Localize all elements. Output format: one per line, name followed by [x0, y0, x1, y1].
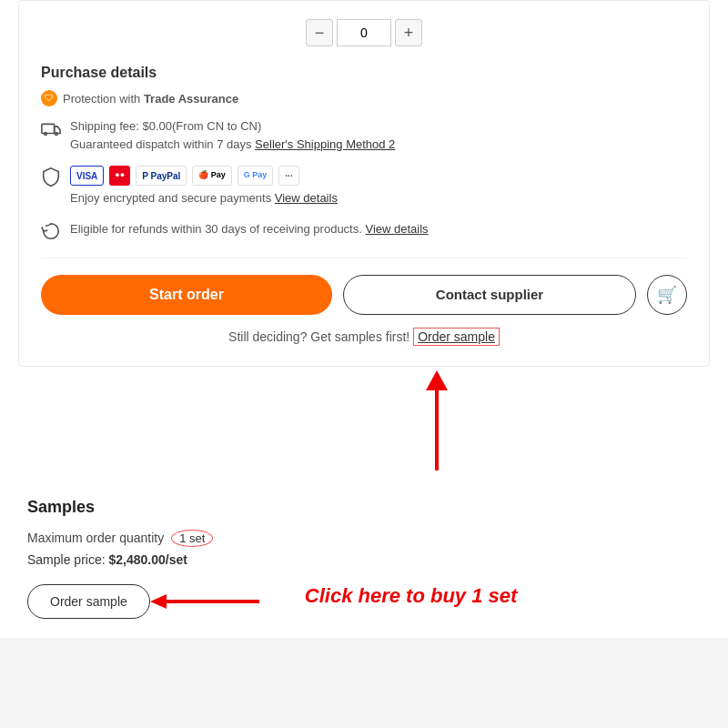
order-sample-button[interactable]: Order sample [27, 584, 150, 619]
sample-price-value: $2,480.00/set [108, 552, 187, 567]
trade-assurance-text: Protection with Trade Assurance [63, 92, 238, 106]
refund-icon [41, 221, 61, 241]
cart-button[interactable]: 🛒 [647, 275, 687, 315]
applepay-icon: 🍎 Pay [192, 166, 232, 186]
left-arrow-annotation [150, 583, 268, 620]
shipping-text: Shipping fee: $0.00(From CN to CN) Guara… [70, 117, 395, 153]
contact-supplier-button[interactable]: Contact supplier [343, 275, 636, 315]
payment-row: VISA ●● P PayPal 🍎 Pay G Pay ··· Enjoy e… [41, 166, 687, 207]
samples-title: Samples [27, 498, 701, 517]
refund-view-details-link[interactable]: View details [365, 222, 428, 236]
order-sample-link[interactable]: Order sample [413, 328, 500, 346]
start-order-button[interactable]: Start order [41, 275, 332, 315]
svg-marker-4 [426, 370, 448, 390]
quantity-input[interactable] [337, 19, 391, 46]
svg-marker-6 [150, 594, 167, 609]
googlepay-icon: G Pay [238, 166, 274, 186]
max-qty-row: Maximum order quantity 1 set [27, 530, 701, 547]
refund-text: Eligible for refunds within 30 days of r… [70, 220, 429, 238]
paypal-icon: P PayPal [136, 166, 187, 186]
trade-assurance-brand: Trade Assurance [144, 92, 238, 106]
purchase-details-title: Purchase details [41, 65, 687, 81]
order-sample-prompt: Still deciding? Get samples first! Order… [41, 329, 687, 344]
max-qty-label: Maximum order quantity [27, 531, 164, 545]
quantity-plus-button[interactable]: + [395, 19, 422, 46]
shipping-method-link[interactable]: Seller's Shipping Method 2 [255, 137, 395, 151]
max-qty-badge: 1 set [171, 530, 213, 547]
trade-assurance-icon: 🛡 [41, 90, 57, 106]
order-sample-prompt-text: Still deciding? Get samples first! [228, 329, 410, 344]
divider [41, 258, 687, 258]
visa-icon: VISA [70, 166, 104, 186]
samples-bottom-row: Order sample Click here to buy 1 set [27, 583, 701, 620]
payment-text: VISA ●● P PayPal 🍎 Pay G Pay ··· Enjoy e… [70, 166, 338, 207]
sample-price-label: Sample price: [27, 552, 106, 567]
samples-section: Samples Maximum order quantity 1 set Sam… [0, 480, 728, 638]
quantity-minus-button[interactable]: − [306, 19, 333, 46]
trade-assurance-row: 🛡 Protection with Trade Assurance [41, 90, 687, 106]
up-arrow-annotation [400, 370, 473, 480]
sample-price-row: Sample price: $2,480.00/set [27, 552, 701, 567]
payment-view-details-link[interactable]: View details [275, 191, 338, 205]
mastercard-icon: ●● [109, 166, 130, 186]
shipping-row: Shipping fee: $0.00(From CN to CN) Guara… [41, 117, 687, 153]
shipping-icon [41, 118, 61, 138]
svg-rect-0 [42, 124, 55, 133]
action-buttons-row: Start order Contact supplier 🛒 [41, 275, 687, 315]
payment-icons-row: VISA ●● P PayPal 🍎 Pay G Pay ··· [70, 166, 338, 186]
payment-shield-icon [41, 167, 61, 187]
refund-row: Eligible for refunds within 30 days of r… [41, 220, 687, 241]
click-here-text: Click here to buy 1 set [305, 583, 518, 610]
more-payments-icon: ··· [278, 166, 298, 186]
